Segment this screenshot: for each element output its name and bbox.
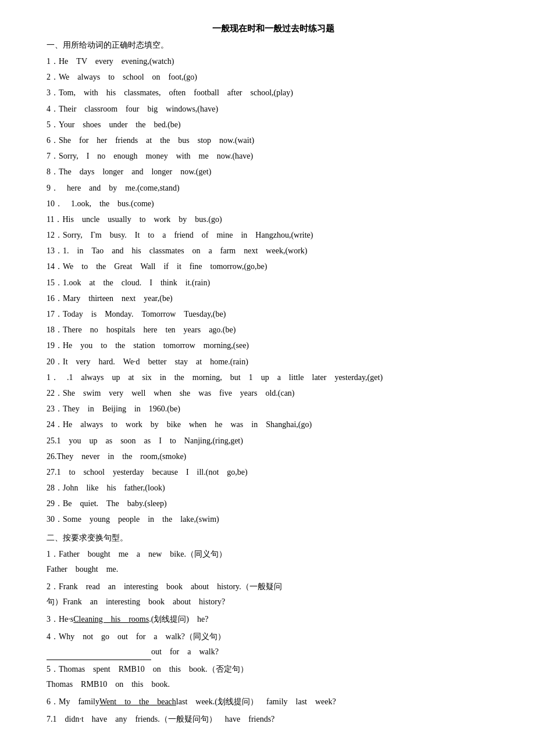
section2-item-4: 4．Why not go out for a walk?（同义句） out fo… (47, 629, 500, 660)
list-item: 29．Be quiet. The baby.(sleep) (47, 496, 500, 511)
list-item: 12．Sorry, Γm busy. It to a friend of min… (47, 228, 500, 242)
list-item: 28．John like his father,(look) (47, 481, 500, 495)
section2-item-1-line1: 1．Father bought me a new bike.（同义句） (47, 547, 500, 562)
section2-item-2-line1: 2．Frank read an interesting book about h… (47, 579, 500, 595)
list-item: 24．He always to work by bike when he was… (47, 417, 500, 432)
list-item: 20．It very hard. We·d better stay at hom… (47, 354, 500, 369)
section2-item-1-line2: Father bought me. (47, 562, 500, 578)
section2-header: 二、按要求变换句型。 (47, 533, 500, 543)
list-item: 2．We always to school on foot,(go) (47, 70, 500, 84)
section2-item-6: 6．My familyWent to the beachlast week.(划… (47, 694, 500, 710)
list-item: 15．1.ook at the cloud. I think it.(rain) (47, 275, 500, 290)
section2-item-7-line1: 7.1 didn·t have any friends.（一般疑问句） have… (47, 712, 500, 728)
section2-item-2-line2: 句）Frank an interesting book about histor… (47, 594, 500, 610)
list-item: 8．The days longer and longer now.(get) (47, 164, 500, 179)
list-item: 14．We to the Great Wall if it fine tomor… (47, 259, 500, 274)
list-item: 27.1 to school yesterday because I ill.(… (47, 465, 500, 479)
list-item: 5．Your shoes under the bed.(be) (47, 117, 500, 132)
list-item: 13．1. in Tao and his classmates on a far… (47, 243, 500, 258)
list-item: 23．They in Beijing in 1960.(be) (47, 402, 500, 416)
list-item: 1． .1 always up at six in the morning, b… (47, 370, 500, 385)
list-item: 25.1 you up as soon as I to Nanjing,(rin… (47, 433, 500, 448)
list-item: 11．His uncle usually to work by bus.(go) (47, 212, 500, 227)
section2-item-5-line2: Thomas RMB10 on this book. (47, 677, 500, 693)
section2-item-7: 7.1 didn·t have any friends.（一般疑问句） have… (47, 712, 500, 728)
section2-item-3-line1: 3．He·sCleaning his rooms.(划线提问) he? (47, 612, 500, 628)
section2-item-5-line1: 5．Thomas spent RMB10 on this book.（否定句） (47, 662, 500, 678)
section2-item-4-line2: out for a walk? (47, 644, 500, 660)
section2-list: 1．Father bought me a new bike.（同义句） Fath… (47, 547, 500, 728)
section2-item-2: 2．Frank read an interesting book about h… (47, 579, 500, 610)
list-item: 6．She for her friends at the bus stop no… (47, 133, 500, 148)
list-item: 26.They never in the room,(smoke) (47, 449, 500, 464)
section2-item-3: 3．He·sCleaning his rooms.(划线提问) he? (47, 612, 500, 628)
list-item: 17．Today is Monday. Tomorrow Tuesday,(be… (47, 307, 500, 321)
list-item: 30．Some young people in the lake,(swim) (47, 512, 500, 526)
page-title: 一般现在时和一般过去时练习题 (47, 23, 500, 34)
section2-item-1: 1．Father bought me a new bike.（同义句） Fath… (47, 547, 500, 578)
list-item: 3．Tom, with his classmates, often footba… (47, 85, 500, 100)
list-item: 4．Their classroom four big windows,(have… (47, 102, 500, 116)
list-item: 7．Sorry, I no enough money with me now.(… (47, 149, 500, 163)
list-item: 1．He TV every evening,(watch) (47, 54, 500, 69)
section2-item-5: 5．Thomas spent RMB10 on this book.（否定句） … (47, 662, 500, 693)
section1-list: 1．He TV every evening,(watch) 2．We alway… (47, 54, 500, 527)
section1-header: 一、用所给动词的正确时态填空。 (47, 40, 500, 51)
list-item: 16．Mary thirteen next year,(be) (47, 291, 500, 306)
section2-item-4-line1: 4．Why not go out for a walk?（同义句） (47, 629, 500, 645)
list-item: 10． 1.ook, the bus.(come) (47, 196, 500, 211)
section2-item-6-line1: 6．My familyWent to the beachlast week.(划… (47, 694, 500, 710)
list-item: 18．There no hospitals here ten years ago… (47, 323, 500, 337)
list-item: 19．He you to the station tomorrow mornin… (47, 338, 500, 353)
list-item: 22．She swim very well when she was five … (47, 386, 500, 400)
list-item: 9． here and by me.(come,stand) (47, 181, 500, 195)
